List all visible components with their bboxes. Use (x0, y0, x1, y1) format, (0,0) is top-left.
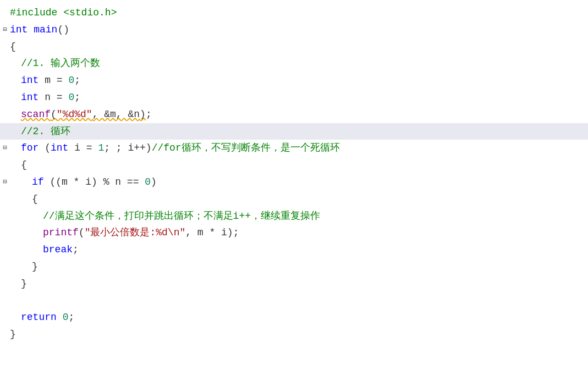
fold-gutter-11[interactable]: ⊟ (0, 177, 10, 187)
line-15-content: break; (43, 242, 588, 258)
line-10: { (0, 157, 588, 174)
fold-icon-9[interactable]: ⊟ (3, 143, 7, 153)
line-2-content: int main() (10, 22, 588, 38)
line-13: //满足这个条件，打印并跳出循环；不满足i++，继续重复操作 (0, 208, 588, 225)
fold-icon-11[interactable]: ⊟ (3, 177, 7, 187)
fold-gutter-9[interactable]: ⊟ (0, 143, 10, 153)
line-5: int m = 0; (0, 72, 588, 89)
line-12-content: { (32, 191, 588, 207)
line-17-content: } (21, 276, 588, 292)
fold-gutter-2[interactable]: ⊟ (0, 25, 10, 35)
line-20-content: } (10, 327, 588, 343)
line-11-content: if ((m * i) % n == 0) (32, 174, 588, 190)
line-8: //2. 循环 (0, 123, 588, 140)
line-3-content: { (10, 39, 588, 55)
line-11: ⊟ if ((m * i) % n == 0) (0, 174, 588, 191)
line-1-content: #include <stdio.h> (10, 5, 588, 21)
code-editor: #include <stdio.h> ⊟ int main() { //1. 输… (0, 0, 588, 370)
line-7-content: scanf("%d%d", &m, &n); (21, 107, 588, 123)
line-14: printf("最小公倍数是:%d\n", m * i); (0, 224, 588, 241)
line-15: break; (0, 241, 588, 258)
line-19-content: return 0; (21, 310, 588, 325)
line-5-content: int m = 0; (21, 73, 588, 89)
line-16: } (0, 258, 588, 275)
line-4-content: //1. 输入两个数 (21, 56, 588, 71)
line-12: { (0, 191, 588, 208)
line-9-content: for (int i = 1; ; i++)//for循环，不写判断条件，是一个… (21, 140, 588, 156)
line-14-content: printf("最小公倍数是:%d\n", m * i); (43, 225, 588, 241)
line-18 (0, 292, 588, 310)
line-17: } (0, 275, 588, 292)
line-10-content: { (21, 157, 588, 173)
line-18-content (10, 293, 588, 309)
line-1: #include <stdio.h> (0, 4, 588, 21)
code-area: #include <stdio.h> ⊟ int main() { //1. 输… (0, 0, 588, 347)
line-2: ⊟ int main() (0, 21, 588, 38)
line-7: scanf("%d%d", &m, &n); (0, 106, 588, 123)
line-6-content: int n = 0; (21, 90, 588, 106)
line-3: { (0, 38, 588, 56)
line-6: int n = 0; (0, 89, 588, 106)
line-16-content: } (32, 259, 588, 275)
line-19: return 0; (0, 309, 588, 326)
line-4: //1. 输入两个数 (0, 55, 588, 72)
line-9: ⊟ for (int i = 1; ; i++)//for循环，不写判断条件，是… (0, 140, 588, 157)
fold-icon-2[interactable]: ⊟ (3, 25, 7, 35)
line-20: } (0, 326, 588, 343)
line-8-content: //2. 循环 (21, 124, 588, 140)
line-13-content: //满足这个条件，打印并跳出循环；不满足i++，继续重复操作 (43, 208, 588, 224)
